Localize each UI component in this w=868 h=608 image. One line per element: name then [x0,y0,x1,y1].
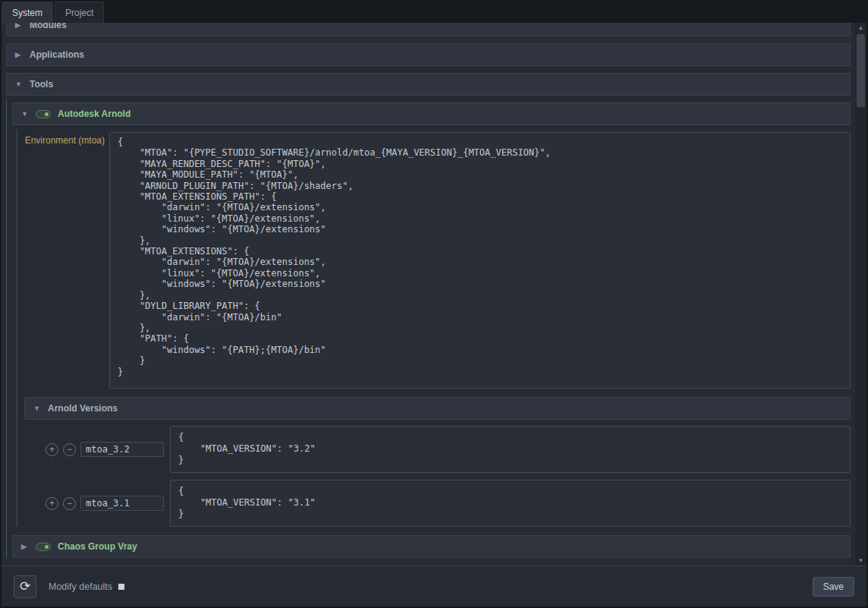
arnold-versions-group: ▼ Arnold Versions + − { "MTOA_VERSION": … [24,397,855,527]
scrollbar-thumb[interactable] [857,34,865,107]
arnold-group-border [17,129,17,527]
version-key-input[interactable] [80,442,164,457]
collapse-arrow-icon: ▶ [15,23,23,29]
modify-defaults-label: Modify defaults [49,581,112,592]
expand-arrow-icon: ▼ [21,110,29,118]
enabled-toggle-icon[interactable] [36,543,51,551]
footer-bar: ⟳ Modify defaults Save [2,565,866,606]
save-button[interactable]: Save [813,577,854,597]
collapse-arrow-icon: ▶ [15,51,23,58]
modify-defaults-checkbox[interactable] [118,584,124,590]
remove-version-button[interactable]: − [63,497,76,510]
expand-arrow-icon: ▼ [15,80,23,88]
refresh-icon: ⟳ [20,578,30,594]
refresh-button[interactable]: ⟳ [14,575,36,598]
section-modules-label: Modules [30,23,67,30]
remove-version-button[interactable]: − [63,443,76,456]
environment-row: Environment (mtoa) { "MTOA": "{PYPE_STUD… [12,132,851,389]
section-arnold-versions-label: Arnold Versions [48,403,118,414]
scroll-down-icon[interactable]: ▼ [855,556,866,565]
section-arnold-versions[interactable]: ▼ Arnold Versions [24,397,851,420]
version-row: + − { "MTOA_VERSION": "3.2" } [46,426,851,473]
section-chaos-group-vray[interactable]: ▶ Chaos Group Vray [12,535,851,558]
settings-content: ▶ Modules ▶ Applications ▼ Tools ▼ Autod… [2,23,855,565]
vertical-scrollbar[interactable]: ▲ ▼ [855,23,866,565]
tools-group-body: ▼ Autodesk Arnold Environment (mtoa) { "… [12,102,855,558]
collapse-arrow-icon: ▶ [21,543,29,550]
version-json-textarea[interactable]: { "MTOA_VERSION": "3.1" } [170,480,851,527]
tools-group-border [6,99,7,559]
section-modules[interactable]: ▶ Modules [6,23,851,36]
version-json-textarea[interactable]: { "MTOA_VERSION": "3.2" } [170,426,851,473]
environment-label: Environment (mtoa) [12,132,109,146]
version-row: + − { "MTOA_VERSION": "3.1" } [46,480,851,527]
add-version-button[interactable]: + [46,443,58,456]
version-key-input[interactable] [80,496,164,511]
section-chaos-group-vray-label: Chaos Group Vray [58,541,137,552]
tab-project[interactable]: Project [55,2,104,23]
section-applications[interactable]: ▶ Applications [6,43,851,66]
section-applications-label: Applications [30,49,84,60]
section-autodesk-arnold-label: Autodesk Arnold [58,109,131,119]
tab-bar: System Project [0,0,868,23]
tab-system[interactable]: System [2,2,53,23]
enabled-toggle-icon[interactable] [36,110,51,118]
section-tools[interactable]: ▼ Tools [6,73,851,96]
add-version-button[interactable]: + [46,497,58,510]
scroll-up-icon[interactable]: ▲ [855,23,866,33]
section-autodesk-arnold[interactable]: ▼ Autodesk Arnold [12,102,851,125]
modify-defaults-control[interactable]: Modify defaults [49,581,124,592]
environment-json-textarea[interactable]: { "MTOA": "{PYPE_STUDIO_SOFTWARE}/arnold… [109,132,851,389]
section-tools-label: Tools [30,79,53,90]
expand-arrow-icon: ▼ [33,405,41,412]
